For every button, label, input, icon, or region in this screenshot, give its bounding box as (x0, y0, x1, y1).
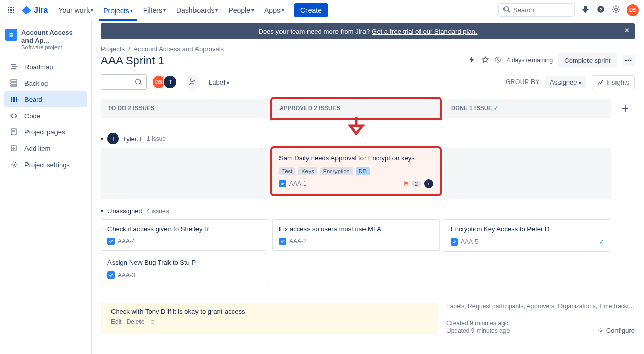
board-search[interactable] (101, 74, 147, 90)
emoji-icon[interactable]: ☺ (149, 318, 155, 325)
issue-type-icon (107, 271, 115, 279)
sidebar-project-settings[interactable]: Project settings (4, 156, 87, 173)
banner-close-icon[interactable]: ✕ (624, 26, 630, 34)
code-icon (9, 112, 18, 120)
complete-sprint-button[interactable]: Complete sprint (558, 53, 617, 67)
column-header-approved[interactable]: APPROVED 2 ISSUES (272, 99, 440, 118)
swimlane-count: 1 issue (147, 135, 166, 142)
column-header-todo[interactable]: TO DO 2 ISSUES (101, 99, 268, 118)
footer-row: Check with Tony D if it is okay to grant… (101, 303, 635, 334)
star-icon[interactable] (481, 56, 489, 65)
groupby-label: GROUP BY (506, 78, 540, 86)
col-todo[interactable]: Check if access given to Shelley R AAA-4… (101, 219, 268, 284)
svg-point-31 (190, 79, 193, 82)
col-done[interactable]: Encryption Key Access to Peter D AAA-5 ✓ (444, 219, 611, 252)
card-labels: Test Keys Encryption DB (279, 167, 433, 175)
issue-type-icon (107, 238, 115, 245)
card-title: Sam Daily needs Approval for Encryption … (279, 154, 433, 163)
remaining-label: 4 days remaining (507, 57, 553, 64)
nav-projects[interactable]: Projects▾ (99, 3, 137, 21)
chevron-down-icon: ▾ (163, 7, 166, 13)
card-title: Encryption Key Access to Peter D (451, 225, 605, 234)
nav-apps[interactable]: Apps▾ (260, 3, 288, 17)
nav-dashboards[interactable]: Dashboards▾ (172, 3, 222, 17)
insights-button[interactable]: Insights (592, 75, 635, 89)
svg-rect-0 (8, 7, 9, 8)
issue-card-aaa-2[interactable]: Fix access so users must use MFA AAA-2 (272, 219, 440, 251)
pages-icon (9, 128, 18, 136)
column-header-done[interactable]: DONE 1 ISSUE ✓ (444, 99, 611, 118)
swimlane-count: 4 issues (147, 208, 169, 215)
global-search[interactable] (498, 3, 575, 17)
issue-key[interactable]: AAA-4 (118, 238, 135, 245)
board-toolbar: DS T Label ▾ GROUP BY Assignee ▾ Insight… (101, 74, 635, 90)
delete-link[interactable]: Delete (127, 318, 145, 325)
created-label: Created 9 minutes ago (446, 320, 510, 327)
issue-card-aaa-1[interactable]: Sam Daily needs Approval for Encryption … (272, 148, 440, 194)
sidebar-backlog[interactable]: Backlog (4, 75, 87, 91)
issue-card-aaa-3[interactable]: Assign New Bug Trak to Stu P AAA-3 (101, 253, 268, 284)
label-chip[interactable]: Keys (298, 167, 317, 175)
issue-card-aaa-4[interactable]: Check if access given to Shelley R AAA-4 (101, 219, 268, 251)
issue-key[interactable]: AAA-2 (289, 238, 307, 245)
annotation-arrow (272, 118, 440, 133)
label-chip[interactable]: Encryption (320, 167, 353, 175)
help-icon[interactable]: ? (596, 5, 605, 15)
project-header[interactable]: Account Access and Ap… Software project (4, 28, 87, 51)
svg-rect-16 (11, 83, 17, 84)
issue-key[interactable]: AAA-3 (118, 271, 135, 279)
sidebar-roadmap[interactable]: Roadmap (4, 59, 87, 75)
jira-logo[interactable]: Jira (21, 5, 48, 15)
issue-card-aaa-5[interactable]: Encryption Key Access to Peter D AAA-5 ✓ (444, 219, 611, 252)
nav-filters[interactable]: Filters▾ (139, 3, 170, 17)
product-name: Jira (34, 6, 48, 15)
swimlane-name: Unassigned (107, 207, 143, 215)
app-switcher-icon[interactable] (5, 6, 17, 14)
search-input[interactable] (513, 6, 564, 14)
sidebar-add-item[interactable]: Add item (4, 140, 87, 156)
board-icon (9, 95, 18, 103)
chevron-down-icon: ▾ (282, 7, 284, 13)
card-title: Fix access so users must use MFA (279, 225, 433, 234)
col-approved[interactable]: Sam Daily needs Approval for Encryption … (272, 148, 440, 194)
groupby-select[interactable]: Assignee ▾ (545, 76, 586, 88)
sidebar-project-pages[interactable]: Project pages (4, 124, 87, 140)
settings-icon[interactable] (611, 5, 621, 15)
sidebar-board[interactable]: Board (4, 91, 87, 107)
profile-avatar[interactable]: DS (627, 4, 639, 16)
col-approved[interactable]: Fix access so users must use MFA AAA-2 (272, 219, 440, 251)
avatar-t[interactable]: T (163, 75, 177, 89)
swimlane-header-tyler[interactable]: ▾ T Tyler.T 1 issue (101, 133, 635, 144)
assignee-avatar[interactable]: T (424, 179, 433, 188)
col-todo[interactable] (101, 148, 268, 199)
chevron-down-icon: ▾ (579, 80, 581, 86)
breadcrumb-projects[interactable]: Projects (101, 45, 125, 53)
more-actions-icon[interactable]: ••• (622, 55, 635, 66)
nav-your-work[interactable]: Your work▾ (54, 3, 97, 17)
svg-text:?: ? (599, 7, 602, 12)
page-header: AAA Sprint 1 4 days remaining Complete s… (101, 53, 635, 67)
label-dropdown[interactable]: Label ▾ (205, 76, 233, 88)
top-nav: Jira Your work▾ Projects▾ Filters▾ Dashb… (0, 0, 644, 20)
chevron-down-icon: ▾ (130, 8, 133, 13)
sidebar-code[interactable]: Code (4, 107, 87, 124)
label-chip[interactable]: Test (279, 167, 295, 175)
add-people-icon[interactable] (185, 75, 200, 89)
issue-key[interactable]: AAA-1 (289, 180, 307, 187)
label-chip[interactable]: DB (356, 167, 370, 175)
swimlane-header-unassigned[interactable]: ▾ Unassigned 4 issues (101, 207, 635, 215)
breadcrumb-project[interactable]: Account Access and Approvals (133, 45, 224, 53)
add-column-button[interactable]: + (615, 99, 635, 118)
edit-link[interactable]: Edit (111, 318, 122, 325)
issue-type-icon (279, 180, 286, 187)
col-done[interactable] (444, 148, 611, 199)
notifications-icon[interactable] (581, 5, 590, 15)
create-button[interactable]: Create (294, 3, 328, 17)
swimlane-avatar: T (107, 133, 119, 144)
nav-people[interactable]: People▾ (224, 3, 258, 17)
details-labels: Labels, Request participants, Approvers,… (446, 303, 635, 310)
bolt-icon[interactable] (468, 56, 476, 65)
banner-link[interactable]: Get a free trial of our Standard plan. (372, 28, 477, 35)
configure-link[interactable]: Configure (597, 326, 635, 334)
issue-key[interactable]: AAA-5 (461, 238, 479, 246)
